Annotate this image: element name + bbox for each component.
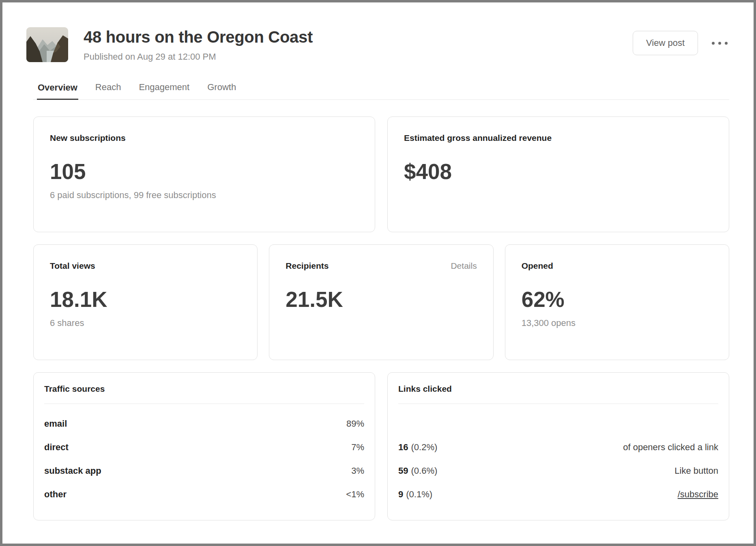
tab-engagement[interactable]: Engagement (138, 82, 190, 99)
card-label: Traffic sources (44, 384, 364, 394)
table-row: 9 (0.1%) /subscribe (398, 489, 718, 500)
click-target-label: of openers clicked a link (623, 442, 718, 453)
recipients-card: Recipients Details 21.5K (269, 244, 493, 360)
card-label: Opened (522, 261, 553, 271)
tab-growth[interactable]: Growth (206, 82, 237, 99)
table-row: email 89% (44, 419, 364, 429)
traffic-source-name: email (44, 419, 67, 429)
traffic-source-name: other (44, 489, 67, 500)
traffic-source-share: 3% (351, 466, 364, 476)
analytics-panel: 48 hours on the Oregon Coast Published o… (0, 0, 756, 546)
opened-value: 62% (522, 289, 713, 310)
revenue-card: Estimated gross annualized revenue $408 (387, 117, 729, 232)
table-row: direct 7% (44, 442, 364, 453)
divider (44, 404, 364, 404)
table-row: substack app 3% (44, 466, 364, 476)
card-label: Links clicked (398, 384, 718, 394)
analytics-tabs: Overview Reach Engagement Growth (33, 82, 729, 100)
links-clicked-list: 16 (0.2%) of openers clicked a link 59 (… (398, 442, 718, 500)
traffic-source-share: <1% (346, 489, 364, 500)
traffic-source-share: 89% (346, 419, 364, 429)
stats-row-2: Total views 18.1K 6 shares Recipients De… (33, 244, 729, 360)
recipients-value: 21.5K (286, 289, 477, 310)
traffic-source-name: direct (44, 442, 69, 453)
new-subscriptions-card: New subscriptions 105 6 paid subscriptio… (33, 117, 375, 232)
post-header: 48 hours on the Oregon Coast Published o… (26, 27, 729, 62)
stats-row-1: New subscriptions 105 6 paid subscriptio… (33, 117, 729, 232)
new-subscriptions-value: 105 (50, 161, 359, 182)
tab-reach[interactable]: Reach (94, 82, 122, 99)
click-count-group: 16 (0.2%) (398, 442, 437, 453)
opened-subtext: 13,300 opens (522, 318, 713, 328)
opened-card: Opened 62% 13,300 opens (505, 244, 729, 360)
click-count-group: 9 (0.1%) (398, 489, 432, 500)
card-label: New subscriptions (50, 133, 126, 143)
total-views-value: 18.1K (50, 289, 241, 310)
click-count-group: 59 (0.6%) (398, 466, 437, 476)
post-title-block: 48 hours on the Oregon Coast Published o… (84, 27, 313, 62)
total-views-card: Total views 18.1K 6 shares (33, 244, 258, 360)
mountain-landscape-icon (26, 27, 68, 62)
click-percent: (0.6%) (411, 466, 437, 476)
header-actions: View post (633, 27, 729, 55)
revenue-value: $408 (404, 161, 713, 182)
view-post-button[interactable]: View post (633, 31, 698, 55)
traffic-sources-list: email 89% direct 7% substack app 3% othe… (44, 419, 364, 500)
links-clicked-card: Links clicked 16 (0.2%) of openers click… (387, 372, 729, 520)
divider (398, 404, 718, 404)
total-views-subtext: 6 shares (50, 318, 241, 328)
traffic-source-name: substack app (44, 466, 101, 476)
more-options-button[interactable] (710, 38, 729, 49)
traffic-sources-card: Traffic sources email 89% direct 7% subs… (33, 372, 375, 520)
published-timestamp: Published on Aug 29 at 12:00 PM (84, 52, 313, 62)
subscribe-link[interactable]: /subscribe (678, 489, 718, 500)
table-row: 59 (0.6%) Like button (398, 466, 718, 476)
card-label: Total views (50, 261, 95, 271)
tab-overview[interactable]: Overview (37, 82, 78, 100)
click-count: 16 (398, 442, 408, 453)
stats-row-3: Traffic sources email 89% direct 7% subs… (33, 372, 729, 520)
click-target-label: Like button (674, 466, 718, 476)
ellipsis-icon (712, 42, 728, 45)
post-thumbnail-image (26, 27, 68, 62)
table-row: other <1% (44, 489, 364, 500)
table-row: 16 (0.2%) of openers clicked a link (398, 442, 718, 453)
page-title: 48 hours on the Oregon Coast (84, 28, 313, 46)
recipients-details-link[interactable]: Details (451, 261, 477, 271)
click-percent: (0.2%) (411, 442, 437, 453)
card-label: Estimated gross annualized revenue (404, 133, 552, 143)
new-subscriptions-subtext: 6 paid subscriptions, 99 free subscripti… (50, 190, 359, 201)
card-label: Recipients (286, 261, 329, 271)
click-percent: (0.1%) (406, 489, 432, 500)
click-count: 9 (398, 489, 403, 500)
click-count: 59 (398, 466, 408, 476)
traffic-source-share: 7% (351, 442, 364, 453)
